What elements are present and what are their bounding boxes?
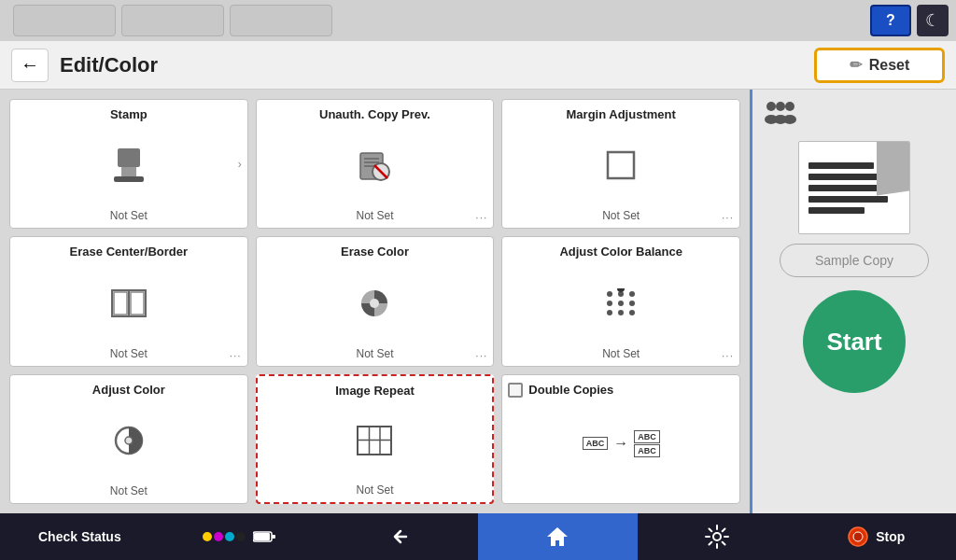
start-button[interactable]: Start [803,290,906,393]
top-tab-2[interactable] [121,5,224,36]
erase-color-status: Not Set [356,347,393,360]
svg-point-19 [618,301,624,306]
svg-point-20 [629,301,635,306]
sample-copy-button[interactable]: Sample Copy [780,244,929,277]
erase-center-status: Not Set [110,347,148,360]
stamp-card[interactable]: Stamp Not Set › [9,99,248,229]
main-content: Stamp Not Set › Unauth. Copy Prev. [0,90,956,513]
svg-rect-0 [118,148,140,167]
arrow-icon: → [613,435,628,452]
help-icon: ? [886,12,895,29]
margin-adjustment-status: Not Set [602,209,640,222]
back-nav-button[interactable] [318,513,478,560]
top-tab-1[interactable] [13,5,116,36]
adjust-color-balance-icon [602,288,640,318]
right-panel: Sample Copy Start [752,90,956,513]
night-mode-button[interactable]: ☾ [917,5,949,36]
adjust-color-title: Adjust Color [92,383,165,398]
svg-rect-2 [114,176,144,182]
dots-icon: ··· [475,211,487,224]
stop-icon [848,526,868,547]
adjust-color-balance-status: Not Set [602,347,640,360]
stop-area: Stop [796,513,956,560]
svg-rect-12 [114,292,127,315]
svg-rect-38 [254,533,270,540]
header: ← Edit/Color ✏ Reset [0,41,956,90]
check-status-button[interactable]: Check Status [0,513,160,560]
dest-abc-stack: ABC ABC [634,430,660,457]
magenta-dot [214,532,223,541]
image-repeat-card[interactable]: Image Repeat Not Set [256,374,495,504]
arrow-icon: › [238,158,242,171]
svg-point-21 [607,310,612,315]
unauth-copy-status: Not Set [356,209,393,222]
erase-color-title: Erase Color [341,245,409,259]
unauth-copy-title: Unauth. Copy Prev. [319,107,430,122]
svg-point-18 [607,301,612,306]
function-grid: Stamp Not Set › Unauth. Copy Prev. [0,90,752,513]
settings-icon [705,525,729,549]
home-button[interactable] [478,513,638,560]
margin-adjustment-card[interactable]: Margin Adjustment Not Set ··· [501,99,740,229]
document-preview [798,141,910,234]
doc-line [808,207,865,214]
double-copies-icon: ABC → ABC ABC [583,430,660,457]
dots-icon: ··· [722,349,734,362]
svg-rect-13 [131,292,144,315]
double-copies-card[interactable]: Double Copies ABC → ABC ABC [501,374,740,504]
double-copies-checkbox[interactable] [508,383,523,398]
top-tabs [7,5,865,36]
svg-point-42 [853,532,863,541]
adjust-color-balance-title: Adjust Color Balance [559,245,682,259]
svg-point-33 [785,102,794,111]
svg-point-40 [713,533,721,540]
doc-line [808,185,883,191]
svg-point-15 [607,291,612,297]
battery-icon [253,530,275,543]
svg-point-22 [618,310,624,315]
check-status-label: Check Status [38,529,121,544]
erase-center-card[interactable]: Erase Center/Border Not Set ··· [9,236,248,366]
svg-point-36 [783,115,796,124]
cyan-dot [225,532,234,541]
stop-label: Stop [876,529,905,544]
unauth-copy-icon [358,149,390,181]
pencil-icon: ✏ [850,56,862,74]
users-icon [764,99,797,132]
black-dot [236,532,246,541]
erase-color-icon [358,287,390,319]
erase-color-card[interactable]: Erase Color Not Set ··· [256,236,495,366]
adjust-color-card[interactable]: Adjust Color Not Set [9,374,248,504]
svg-point-32 [776,102,785,111]
double-copies-title: Double Copies [528,383,613,398]
adjust-color-status: Not Set [110,484,148,497]
svg-point-26 [125,437,133,444]
dots-icon: ··· [722,211,734,224]
moon-icon: ☾ [925,10,940,31]
home-icon [545,525,569,549]
dots-icon: ··· [475,349,487,362]
dest-abc-bottom: ABC [634,444,660,457]
doc-line [808,196,888,203]
back-button[interactable]: ← [11,49,49,82]
back-icon: ← [21,54,39,76]
start-label: Start [826,328,881,357]
svg-rect-1 [121,167,136,176]
sample-copy-label: Sample Copy [815,253,893,268]
svg-point-17 [629,291,635,297]
color-dots [203,532,246,541]
svg-point-23 [629,310,635,315]
svg-rect-39 [272,535,275,539]
erase-center-icon [111,289,147,317]
stamp-icon [114,148,144,182]
dots-icon: ··· [230,349,242,362]
unauth-copy-card[interactable]: Unauth. Copy Prev. Not Set ··· [256,99,495,229]
svg-rect-9 [608,152,634,178]
bottom-bar: Check Status St [0,513,956,560]
reset-button[interactable]: ✏ Reset [814,48,945,83]
adjust-color-balance-card[interactable]: Adjust Color Balance Not Set [501,236,740,366]
top-tab-3[interactable] [230,5,332,36]
svg-point-31 [766,102,776,111]
settings-button[interactable] [638,513,797,560]
help-button[interactable]: ? [870,5,911,36]
